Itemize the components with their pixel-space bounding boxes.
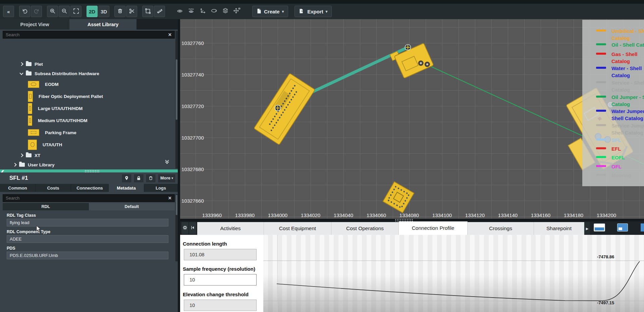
- tree-folder-plet[interactable]: Plet: [0, 59, 175, 69]
- sample-frequency-field[interactable]: [184, 274, 257, 285]
- legend-entry[interactable]: Service JumpShell Catalog: [582, 122, 644, 136]
- field-layout-canvas[interactable]: 10327760 10327740 10327720 10327700 1032…: [180, 19, 644, 219]
- zoom-out-button[interactable]: [59, 6, 70, 17]
- tab-scroll-right-button[interactable]: ▶: [584, 222, 590, 235]
- tree-asset-eodm[interactable]: EODM: [0, 78, 175, 90]
- redo-button[interactable]: [31, 6, 42, 17]
- orbit-icon: [210, 7, 218, 15]
- mode-3d-button[interactable]: 3D: [98, 6, 109, 17]
- y-axis-label: 10327720: [181, 103, 204, 109]
- tree-folder-subsea-distribution-hardware[interactable]: Subsea Distribution Hardware: [0, 69, 175, 78]
- tree-asset-medium-uta[interactable]: Medium UTA/UTH/HDM: [0, 114, 175, 126]
- tree-scrollbar-thumb[interactable]: [176, 59, 177, 120]
- zoom-fit-button[interactable]: [70, 6, 82, 17]
- locate-button[interactable]: [121, 174, 132, 183]
- legend-entry-sfl[interactable]: SFL: [582, 137, 621, 144]
- bottom-settings-button[interactable]: [181, 222, 189, 234]
- layers-tool[interactable]: [220, 6, 231, 17]
- field-label: Elevation change threshold: [183, 292, 249, 297]
- export-button[interactable]: Export ▾: [294, 6, 332, 17]
- properties-scrollbar-thumb[interactable]: [176, 195, 177, 215]
- tab-sharepoint[interactable]: Sharepoint: [534, 222, 584, 235]
- eye-wave-icon: [188, 7, 195, 15]
- tree-asset-uta-uth[interactable]: UTA/UTH: [0, 139, 175, 151]
- tree-asset-large-uta[interactable]: Large UTA/UTH/HDM: [0, 102, 175, 114]
- asset-search-input[interactable]: [6, 32, 168, 37]
- legend-entry[interactable]: EOFL: [582, 154, 625, 161]
- tree-folder-xt[interactable]: XT: [0, 151, 175, 160]
- tab-connection-profile[interactable]: Connection Profile: [399, 221, 468, 235]
- panel-splitter[interactable]: [0, 169, 178, 172]
- bottom-panel-splitter[interactable]: [180, 219, 644, 221]
- tab-logs[interactable]: Logs: [144, 184, 178, 192]
- visibility-toggle[interactable]: [174, 6, 185, 17]
- rdl-tag-class-field[interactable]: [7, 219, 168, 226]
- mode-2d-button[interactable]: 2D: [87, 6, 98, 17]
- equipment-uta-top[interactable]: [390, 40, 433, 80]
- measure-button[interactable]: [154, 6, 165, 17]
- legend-entry[interactable]: OFL: [582, 163, 622, 170]
- connection-length-field[interactable]: [184, 249, 257, 260]
- legend-entry[interactable]: Oil Jumper - SCatalog: [582, 94, 644, 108]
- collapse-panel-button[interactable]: «: [3, 6, 14, 17]
- collapse-bottom-panel-button[interactable]: [189, 222, 196, 234]
- axes-toggle[interactable]: [197, 6, 208, 17]
- zoom-in-button[interactable]: [47, 6, 58, 17]
- legend-entry[interactable]: Water - ShellCatalog: [582, 65, 642, 79]
- delete-object-button[interactable]: [146, 174, 156, 183]
- legend-entry[interactable]: Water JumperShell Catalog: [582, 108, 644, 122]
- rdl-component-type-field[interactable]: [7, 235, 168, 243]
- tab-project-view[interactable]: Project View: [0, 19, 69, 30]
- legend-entry[interactable]: Mooring: [582, 172, 631, 179]
- move-arrows-icon: [233, 7, 240, 15]
- tab-costs[interactable]: Costs: [36, 184, 71, 192]
- tree-folder-user-library[interactable]: User Library: [0, 160, 175, 169]
- clear-search-icon[interactable]: ✕: [168, 32, 172, 37]
- tab-common[interactable]: Common: [0, 184, 36, 192]
- tab-cost-equipment[interactable]: Cost Equipment: [264, 222, 331, 235]
- pds-field[interactable]: [7, 252, 168, 259]
- uta-uth-thumbnail-icon: [28, 140, 37, 150]
- more-button[interactable]: More ▾: [158, 174, 176, 183]
- delete-button[interactable]: [114, 6, 125, 17]
- orbit-tool[interactable]: [208, 6, 220, 17]
- layout-window-icon[interactable]: [617, 223, 628, 231]
- tab-cost-operations[interactable]: Cost Operations: [331, 222, 399, 235]
- clear-search-icon[interactable]: ✕: [168, 196, 172, 201]
- select-region-button[interactable]: [142, 6, 153, 17]
- tree-label: Fiber Optic Deployment Pallet: [39, 94, 103, 99]
- tab-asset-library[interactable]: Asset Library: [69, 19, 137, 30]
- tree-asset-parking-frame[interactable]: Parking Frame: [0, 126, 175, 139]
- legend-entry[interactable]: EFL: [582, 145, 621, 152]
- equipment-pallet-bottom[interactable]: [383, 182, 414, 213]
- connection-anchor-icon[interactable]: [275, 105, 281, 111]
- tab-activities[interactable]: Activities: [197, 222, 264, 235]
- legend-entry[interactable]: Service - ShelCatalog: [582, 79, 644, 93]
- move-transform-tool[interactable]: [231, 6, 243, 17]
- legend-entry[interactable]: Umbilical - ShCatalog: [582, 28, 644, 42]
- tree-scroll-more-icon[interactable]: [166, 160, 168, 163]
- elevation-threshold-field[interactable]: [184, 300, 257, 311]
- connection-profile-panel: X:1334143.28 Y:-10327726.30 Z:-7485.20 |…: [180, 235, 644, 312]
- tree-asset-fiber-optic-deployment-pallet[interactable]: Fiber Optic Deployment Pallet: [0, 90, 175, 102]
- connection-type-legend: Umbilical - ShCatalog Oil - Shell Cata G…: [582, 20, 644, 186]
- undo-button[interactable]: [19, 6, 30, 17]
- legend-entry[interactable]: Oil - Shell Cata: [582, 41, 644, 48]
- lock-button[interactable]: [133, 174, 144, 183]
- create-button[interactable]: Create ▾: [252, 6, 288, 17]
- subtab-rdl[interactable]: RDL: [3, 203, 89, 210]
- tab-connections[interactable]: Connections: [71, 184, 109, 192]
- tree-label: EODM: [45, 82, 59, 87]
- tab-metadata[interactable]: Metadata: [109, 184, 144, 192]
- connection-anchor-icon[interactable]: [405, 45, 411, 50]
- seabed-visibility-toggle[interactable]: [185, 6, 197, 17]
- legend-swatch: [596, 30, 606, 32]
- metadata-search-input[interactable]: [6, 196, 168, 201]
- subtab-default[interactable]: Default: [89, 203, 175, 210]
- layout-icon-partial[interactable]: [641, 223, 644, 231]
- legend-entry[interactable]: Gas - ShellCatalog: [582, 51, 638, 65]
- equipment-manifold-left[interactable]: [254, 73, 315, 145]
- tab-crossings[interactable]: Crossings: [468, 222, 534, 235]
- cut-button[interactable]: [126, 6, 137, 17]
- layout-split-view-icon[interactable]: [594, 223, 605, 231]
